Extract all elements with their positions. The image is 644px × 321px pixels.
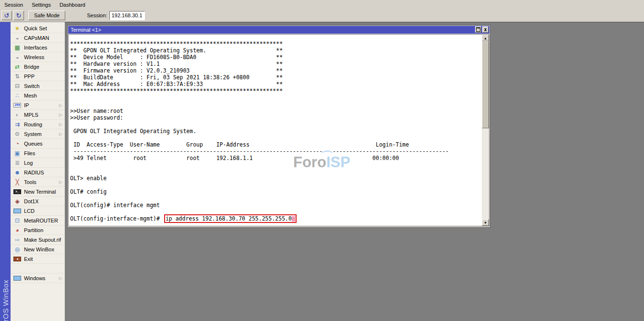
terminal-line: >49 Telnet root root 192.168.1.1 00:00:0…	[70, 155, 482, 161]
submenu-arrow-icon: ▷	[59, 276, 62, 281]
sidebar-item-label: Queues	[24, 141, 43, 147]
switch-icon: ⊟	[13, 83, 21, 89]
submenu-arrow-icon: ▷	[59, 112, 62, 117]
menu-item-dashboard[interactable]: Dashboard	[55, 1, 90, 9]
sidebar-item-label: New WinBox	[24, 247, 54, 252]
session-input[interactable]	[109, 11, 145, 20]
sidebar-item-label: Quick Set	[24, 25, 47, 31]
lcd-icon	[13, 209, 21, 213]
sidebar: ★Quick Set◒CAPsMAN▦Interfaces◒Wireless⇄B…	[11, 22, 65, 321]
metarouter-icon: ⊡	[13, 217, 21, 224]
scroll-down-button[interactable]: ▼	[482, 219, 489, 226]
mdi-workspace: Terminal <1> x *************************…	[65, 22, 644, 321]
terminal-prompt: OLT(config-interface-mgmt)#	[70, 215, 163, 222]
sidebar-item-label: Dot1X	[24, 198, 39, 204]
submenu-arrow-icon: ▷	[59, 180, 62, 185]
sidebar-item-log[interactable]: ≣Log	[11, 158, 65, 168]
sidebar-item-exit[interactable]: ◂Exit	[11, 254, 65, 264]
terminal-line: ** Device Model : FD1608S-B0-BDA0 **	[70, 54, 482, 61]
menu-item-settings[interactable]: Settings	[27, 1, 55, 9]
sidebar-item-switch[interactable]: ⊟Switch	[11, 81, 65, 91]
scroll-up-button[interactable]: ▲	[482, 35, 489, 41]
sidebar-item-wireless[interactable]: ◒Wireless	[11, 52, 65, 62]
sidebar-item-radius[interactable]: ☻RADIUS	[11, 168, 65, 177]
scroll-up-icon: ▲	[484, 37, 487, 40]
sidebar-item-ppp[interactable]: ⇅PPP	[11, 72, 65, 81]
sidebar-item-make-supout-rif[interactable]: ⇨Make Supout.rif	[11, 235, 65, 245]
maximize-button[interactable]	[475, 26, 481, 33]
redo-button[interactable]: ↻	[13, 11, 24, 20]
terminal-line: ****************************************…	[70, 40, 482, 47]
maximize-icon	[476, 27, 480, 32]
menu-item-session[interactable]: Session	[0, 1, 27, 9]
sidebar-item-capsman[interactable]: ◒CAPsMAN	[11, 33, 65, 43]
sidebar-item-label: Mesh	[24, 93, 37, 99]
exit-icon: ◂	[13, 257, 21, 261]
sidebar-item-label: Partition	[24, 227, 43, 233]
command-text: ip address 192.168.30.70 255.255.255.0	[166, 215, 292, 222]
terminal-titlebar[interactable]: Terminal <1> x	[68, 26, 489, 34]
sidebar-item-label: IP	[24, 102, 29, 108]
partition-icon: ◕	[13, 227, 21, 234]
sidebar-item-label: Files	[24, 150, 35, 156]
terminal-line: >>User name:root	[70, 108, 482, 114]
radius-icon: ☻	[13, 169, 21, 176]
sidebar-item-label: Log	[24, 160, 33, 166]
bridge-icon: ⇄	[13, 63, 21, 70]
terminal-line	[70, 101, 482, 108]
scrollbar-thumb[interactable]	[482, 41, 489, 128]
sidebar-item-label: Wireless	[24, 54, 44, 60]
sidebar-item-mpls[interactable]: ◐MPLS▷	[11, 110, 65, 120]
sidebar-item-windows[interactable]: Windows▷	[11, 273, 65, 283]
sidebar-item-ip[interactable]: 255IP▷	[11, 100, 65, 110]
quick-set-icon: ★	[13, 25, 21, 32]
sidebar-item-label: Windows	[24, 275, 46, 281]
sidebar-item-label: MPLS	[24, 112, 38, 118]
terminal-line	[70, 168, 482, 175]
sidebar-item-label: Interfaces	[24, 45, 47, 50]
sidebar-item-bridge[interactable]: ⇄Bridge	[11, 62, 65, 72]
sidebar-item-new-terminal[interactable]: >_New Terminal	[11, 187, 65, 197]
sidebar-item-mesh[interactable]: ∴Mesh	[11, 91, 65, 100]
terminal-scrollbar[interactable]: ▲ ▼	[482, 35, 489, 226]
sidebar-item-interfaces[interactable]: ▦Interfaces	[11, 43, 65, 52]
sidebar-item-label: PPP	[24, 74, 35, 79]
close-button[interactable]: x	[482, 26, 489, 33]
submenu-arrow-icon: ▷	[59, 122, 62, 127]
sidebar-item-label: Make Supout.rif	[24, 237, 61, 243]
terminal-line: ** GPON OLT Integrated Operating System.…	[70, 47, 482, 54]
session-label: Session:	[87, 12, 107, 18]
terminal-line: ** Hardware version : V1.1 **	[70, 61, 482, 67]
sidebar-item-lcd[interactable]: LCD	[11, 206, 65, 216]
sidebar-item-label: RADIUS	[24, 170, 44, 175]
sidebar-item-partition[interactable]: ◕Partition	[11, 225, 65, 235]
brand-strip: RouterOS WinBox	[0, 22, 11, 321]
system-icon: ⚙	[13, 131, 21, 137]
scroll-down-icon: ▼	[484, 221, 487, 224]
windows-icon	[13, 276, 21, 281]
terminal-output[interactable]: ****************************************…	[69, 35, 482, 226]
mesh-icon: ∴	[13, 92, 21, 99]
submenu-arrow-icon: ▷	[59, 132, 62, 136]
sidebar-item-label: LCD	[24, 208, 35, 214]
terminal-line: ** BuildDate : Fri, 03 Sep 2021 18:38:26…	[70, 74, 482, 81]
new-terminal-icon: >_	[13, 189, 21, 194]
sidebar-item-tools[interactable]: ╳Tools▷	[11, 177, 65, 187]
sidebar-item-dot1x[interactable]: ◈Dot1X	[11, 197, 65, 206]
terminal-line: ** Firmware version : V2.0.3_210903 **	[70, 67, 482, 74]
sidebar-item-metarouter[interactable]: ⊡MetaROUTER	[11, 216, 65, 225]
undo-button[interactable]: ↺	[1, 11, 12, 20]
brand-vertical-text: RouterOS WinBox	[1, 280, 10, 321]
terminal-window: Terminal <1> x *************************…	[67, 25, 490, 228]
sidebar-item-new-winbox[interactable]: ◎New WinBox	[11, 245, 65, 254]
sidebar-item-label: Exit	[24, 256, 33, 262]
sidebar-item-queues[interactable]: ◔Queues	[11, 139, 65, 148]
sidebar-item-system[interactable]: ⚙System▷	[11, 129, 65, 139]
sidebar-item-quick-set[interactable]: ★Quick Set	[11, 24, 65, 33]
toolbar: ↺ ↻ Safe Mode Session:	[0, 9, 644, 22]
sidebar-item-routing[interactable]: ⇉Routing▷	[11, 120, 65, 129]
safe-mode-button[interactable]: Safe Mode	[28, 11, 65, 20]
sidebar-item-files[interactable]: ▣Files	[11, 148, 65, 158]
sidebar-item-label: CAPsMAN	[24, 35, 49, 41]
terminal-line	[70, 94, 482, 101]
